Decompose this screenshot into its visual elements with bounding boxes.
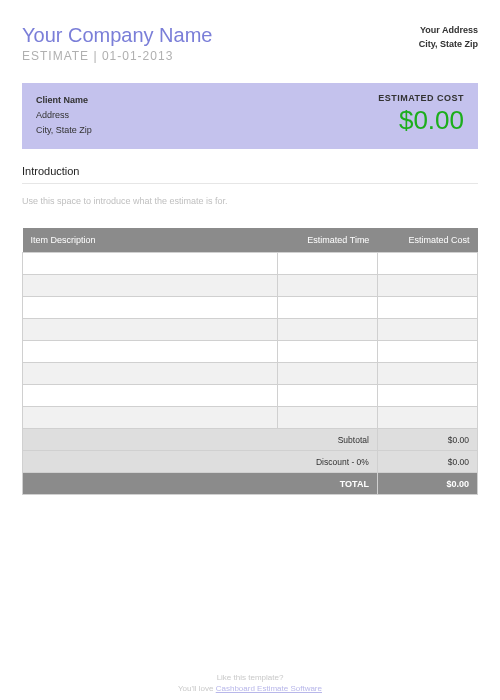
cell-cost[interactable]: [377, 341, 477, 363]
pipe: |: [93, 49, 101, 63]
discount-row: Discount - 0% $0.00: [23, 451, 478, 473]
your-address-line1: Your Address: [419, 24, 478, 38]
cell-description[interactable]: [23, 297, 278, 319]
cell-description[interactable]: [23, 319, 278, 341]
table-row: [23, 341, 478, 363]
table-row: [23, 297, 478, 319]
col-description: Item Description: [23, 228, 278, 253]
your-address: Your Address City, State Zip: [419, 24, 478, 51]
header: Your Company Name ESTIMATE | 01-01-2013 …: [22, 24, 478, 63]
intro-placeholder: Use this space to introduce what the est…: [22, 196, 478, 206]
total-label: TOTAL: [23, 473, 378, 495]
table-row: [23, 319, 478, 341]
cell-time[interactable]: [277, 363, 377, 385]
footer-prefix: You'll love: [178, 684, 216, 693]
cell-cost[interactable]: [377, 407, 477, 429]
estimated-cost-value: $0.00: [378, 105, 464, 136]
estimate-line: ESTIMATE | 01-01-2013: [22, 49, 212, 63]
cell-description[interactable]: [23, 341, 278, 363]
client-box: Client Name Address City, State Zip ESTI…: [22, 83, 478, 149]
items-table: Item Description Estimated Time Estimate…: [22, 228, 478, 495]
cell-description[interactable]: [23, 385, 278, 407]
cell-description[interactable]: [23, 275, 278, 297]
col-cost: Estimated Cost: [377, 228, 477, 253]
table-row: [23, 253, 478, 275]
total-value: $0.00: [377, 473, 477, 495]
discount-label: Discount - 0%: [23, 451, 378, 473]
cell-time[interactable]: [277, 407, 377, 429]
cell-cost[interactable]: [377, 297, 477, 319]
col-time: Estimated Time: [277, 228, 377, 253]
cell-cost[interactable]: [377, 363, 477, 385]
company-name: Your Company Name: [22, 24, 212, 47]
footer: Like this template? You'll love Cashboar…: [0, 672, 500, 694]
cell-description[interactable]: [23, 363, 278, 385]
client-address-line2: City, State Zip: [36, 123, 92, 137]
cell-cost[interactable]: [377, 319, 477, 341]
table-row: [23, 275, 478, 297]
discount-value: $0.00: [377, 451, 477, 473]
company-block: Your Company Name ESTIMATE | 01-01-2013: [22, 24, 212, 63]
cell-time[interactable]: [277, 253, 377, 275]
subtotal-label: Subtotal: [23, 429, 378, 451]
estimated-cost-label: ESTIMATED COST: [378, 93, 464, 103]
client-info: Client Name Address City, State Zip: [36, 93, 92, 137]
client-address-line1: Address: [36, 108, 92, 122]
subtotal-value: $0.00: [377, 429, 477, 451]
estimate-label: ESTIMATE: [22, 49, 89, 63]
cell-time[interactable]: [277, 341, 377, 363]
cell-time[interactable]: [277, 319, 377, 341]
cell-time[interactable]: [277, 297, 377, 319]
estimate-date: 01-01-2013: [102, 49, 173, 63]
cell-time[interactable]: [277, 385, 377, 407]
cell-description[interactable]: [23, 407, 278, 429]
footer-line2: You'll love Cashboard Estimate Software: [0, 683, 500, 694]
total-row: TOTAL $0.00: [23, 473, 478, 495]
estimated-cost-block: ESTIMATED COST $0.00: [378, 93, 464, 137]
cell-time[interactable]: [277, 275, 377, 297]
cell-description[interactable]: [23, 253, 278, 275]
intro-heading: Introduction: [22, 165, 478, 184]
your-address-line2: City, State Zip: [419, 38, 478, 52]
client-name: Client Name: [36, 93, 92, 107]
table-row: [23, 385, 478, 407]
table-header-row: Item Description Estimated Time Estimate…: [23, 228, 478, 253]
table-row: [23, 407, 478, 429]
cell-cost[interactable]: [377, 385, 477, 407]
subtotal-row: Subtotal $0.00: [23, 429, 478, 451]
footer-link[interactable]: Cashboard Estimate Software: [216, 684, 322, 693]
cell-cost[interactable]: [377, 275, 477, 297]
table-row: [23, 363, 478, 385]
footer-line1: Like this template?: [0, 672, 500, 683]
cell-cost[interactable]: [377, 253, 477, 275]
